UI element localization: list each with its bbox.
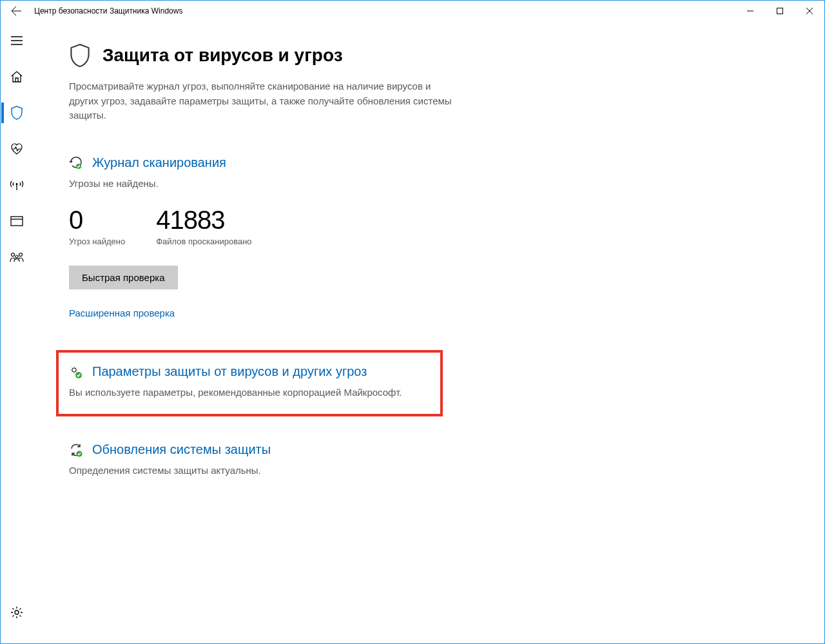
antenna-icon [10, 179, 24, 191]
svg-rect-0 [777, 8, 783, 14]
nav-family[interactable] [1, 242, 32, 273]
scan-stats: 0 Угроз найдено 41883 Файлов просканиров… [69, 206, 456, 246]
sidebar [1, 21, 33, 643]
family-icon [10, 252, 24, 262]
maximize-button[interactable] [765, 1, 795, 21]
scan-history-status: Угрозы не найдены. [69, 177, 456, 191]
svg-point-5 [15, 255, 18, 258]
svg-point-1 [16, 183, 18, 185]
advanced-scan-link[interactable]: Расширенная проверка [69, 307, 175, 318]
home-icon [10, 70, 23, 83]
window-icon [10, 216, 23, 226]
update-icon [69, 443, 83, 457]
svg-point-6 [15, 610, 19, 614]
nav-home[interactable] [1, 61, 32, 92]
page-description: Просматривайте журнал угроз, выполняйте … [69, 79, 456, 123]
shield-icon [10, 106, 23, 120]
nav-device-performance[interactable] [1, 133, 32, 164]
files-count: 41883 [156, 206, 251, 234]
protection-settings-section: Параметры защиты от вирусов и других угр… [56, 350, 443, 416]
nav-settings[interactable] [1, 597, 32, 628]
close-button[interactable] [795, 1, 824, 21]
threats-label: Угроз найдено [69, 237, 125, 246]
close-icon [806, 8, 813, 14]
settings-check-icon [69, 365, 83, 379]
svg-point-4 [19, 253, 23, 257]
protection-settings-link[interactable]: Параметры защиты от вирусов и других угр… [92, 364, 367, 379]
threats-stat: 0 Угроз найдено [69, 206, 125, 246]
threats-count: 0 [69, 206, 125, 234]
hamburger-icon [11, 36, 23, 45]
window-title: Центр безопасности Защитника Windows [34, 6, 735, 15]
nav-virus-protection[interactable] [1, 97, 32, 128]
files-label: Файлов просканировано [156, 237, 251, 246]
quick-scan-button[interactable]: Быстрая проверка [69, 266, 178, 289]
maximize-icon [777, 8, 783, 14]
heart-icon [10, 143, 23, 155]
page-title: Защита от вирусов и угроз [102, 45, 343, 66]
page-header: Защита от вирусов и угроз [69, 43, 788, 68]
protection-updates-section: Обновления системы защиты Определения си… [69, 442, 456, 478]
protection-settings-desc: Вы используете параметры, рекомендованны… [69, 385, 430, 400]
minimize-button[interactable] [735, 1, 765, 21]
nav-firewall[interactable] [1, 170, 32, 200]
content: Защита от вирусов и угроз Просматривайте… [33, 21, 824, 643]
back-button[interactable] [1, 1, 32, 21]
scan-history-link[interactable]: Журнал сканирования [92, 155, 226, 170]
arrow-left-icon [11, 6, 21, 16]
scan-history-section: Журнал сканирования Угрозы не найдены. 0… [69, 155, 456, 320]
gear-icon [10, 606, 23, 619]
titlebar: Центр безопасности Защитника Windows [1, 1, 824, 21]
history-icon [69, 155, 83, 170]
shield-icon [69, 43, 91, 68]
nav-hamburger[interactable] [1, 25, 32, 56]
files-stat: 41883 Файлов просканировано [156, 206, 251, 246]
svg-point-3 [12, 253, 15, 257]
protection-updates-link[interactable]: Обновления системы защиты [92, 442, 271, 457]
protection-updates-desc: Определения системы защиты актуальны. [69, 463, 456, 478]
nav-app-browser[interactable] [1, 206, 32, 237]
svg-rect-2 [11, 217, 23, 226]
minimize-icon [747, 8, 753, 14]
